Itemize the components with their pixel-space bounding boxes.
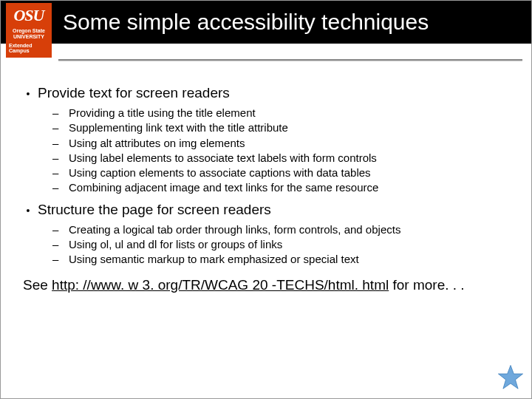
svg-marker-0 [498, 365, 522, 389]
list-item: –Combining adjacent image and text links… [52, 180, 514, 195]
footer-link[interactable]: http: //www. w 3. org/TR/WCAG 20 -TECHS/… [52, 277, 389, 293]
list-item: –Using alt attributes on img elements [52, 136, 514, 151]
logo-extended-campus: Extended Campus [9, 43, 49, 53]
sub-list: –Providing a title using the title eleme… [52, 106, 514, 196]
bullet-list: •Provide text for screen readers –Provid… [18, 85, 514, 267]
list-item: –Using semantic markup to mark emphasize… [52, 252, 514, 267]
list-item: •Structure the page for screen readers –… [18, 202, 514, 267]
list-item: –Using caption elements to associate cap… [52, 166, 514, 180]
list-item: –Using label elements to associate text … [52, 151, 514, 166]
slide-title: Some simple accessibility techniques [63, 10, 429, 35]
header-rule [58, 58, 522, 61]
list-item: –Providing a title using the title eleme… [52, 106, 514, 120]
bullet-icon: • [18, 88, 38, 100]
sub-list: –Creating a logical tab order through li… [52, 222, 514, 267]
list-item: –Creating a logical tab order through li… [52, 222, 514, 237]
star-icon [497, 364, 524, 391]
bullet-icon: • [18, 205, 38, 216]
logo-university-text: Oregon State UNIVERSITY [13, 28, 45, 40]
list-item: –Supplementing link text with the title … [52, 120, 514, 135]
list-item: •Provide text for screen readers –Provid… [18, 85, 514, 196]
osu-logo: OSU Oregon State UNIVERSITY Extended Cam… [6, 3, 52, 58]
header-bar: Some simple accessibility techniques [1, 1, 531, 44]
logo-osu-text: OSU [13, 6, 44, 25]
footer-text: See http: //www. w 3. org/TR/WCAG 20 -TE… [23, 277, 514, 293]
slide-content: •Provide text for screen readers –Provid… [18, 85, 514, 293]
list-item: –Using ol, ul and dl for lists or groups… [52, 237, 514, 252]
